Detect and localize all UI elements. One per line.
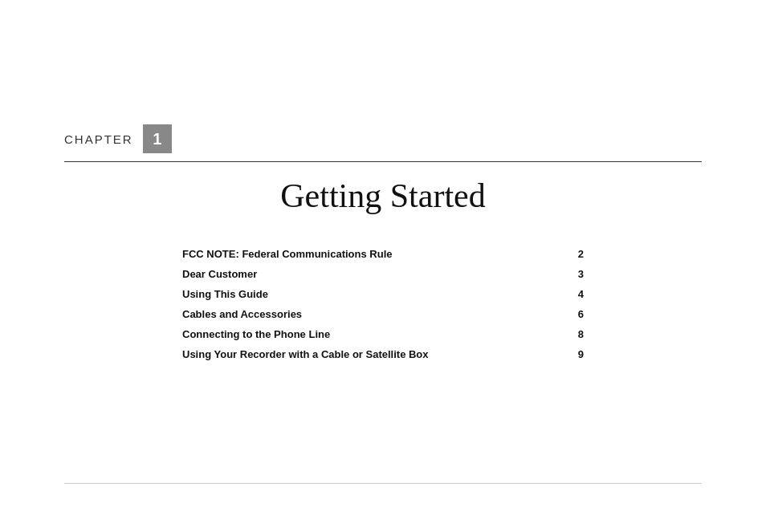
chapter-label: Chapter bbox=[64, 132, 133, 146]
toc-entry-page: 9 bbox=[575, 344, 584, 364]
toc-row: Using Your Recorder with a Cable or Sate… bbox=[182, 344, 584, 364]
toc-entry-page: 6 bbox=[575, 304, 584, 324]
chapter-number: 1 bbox=[153, 130, 161, 148]
toc-table: FCC NOTE: Federal Communications Rule2De… bbox=[182, 244, 584, 364]
toc-entry-title: Using Your Recorder with a Cable or Sate… bbox=[182, 344, 575, 364]
toc-entry-page: 3 bbox=[575, 264, 584, 284]
toc-entry-page: 2 bbox=[575, 244, 584, 264]
toc-entry-page: 4 bbox=[575, 284, 584, 304]
toc-row: Cables and Accessories6 bbox=[182, 304, 584, 324]
chapter-header: Chapter 1 bbox=[64, 0, 702, 153]
bottom-divider bbox=[64, 483, 702, 484]
chapter-number-box: 1 bbox=[143, 124, 172, 153]
toc-row: Using This Guide4 bbox=[182, 284, 584, 304]
toc-entry-page: 8 bbox=[575, 324, 584, 344]
toc-row: Dear Customer3 bbox=[182, 264, 584, 284]
toc-entry-title: Dear Customer bbox=[182, 264, 575, 284]
page: Chapter 1 Getting Started FCC NOTE: Fede… bbox=[0, 0, 766, 532]
top-divider bbox=[64, 161, 702, 162]
toc-entry-title: Cables and Accessories bbox=[182, 304, 575, 324]
toc-entry-title: Connecting to the Phone Line bbox=[182, 324, 575, 344]
chapter-title: Getting Started bbox=[64, 177, 702, 215]
toc-entry-title: FCC NOTE: Federal Communications Rule bbox=[182, 244, 575, 264]
toc-row: Connecting to the Phone Line8 bbox=[182, 324, 584, 344]
toc-entry-title: Using This Guide bbox=[182, 284, 575, 304]
toc-row: FCC NOTE: Federal Communications Rule2 bbox=[182, 244, 584, 264]
